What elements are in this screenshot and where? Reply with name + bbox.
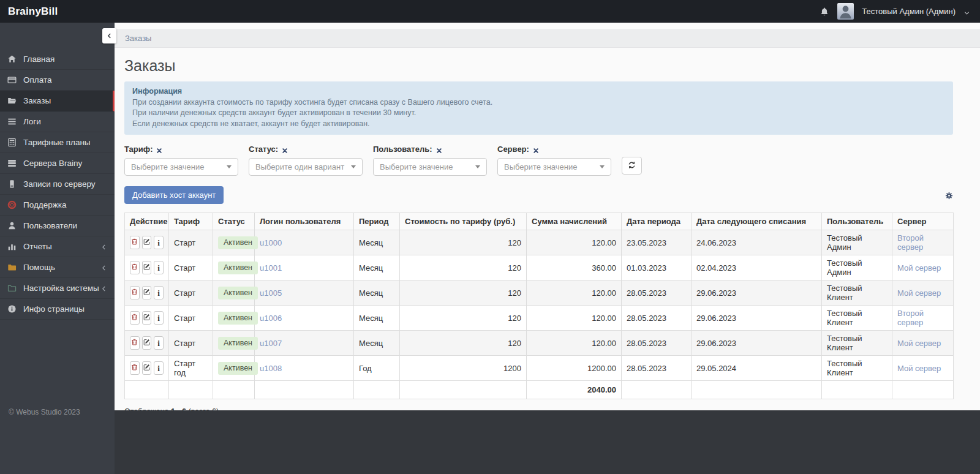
sidebar-item-support[interactable]: Поддержка xyxy=(0,195,115,216)
filters-row: Тариф: Выберите значение Статус: Выберит… xyxy=(124,145,953,176)
avatar[interactable] xyxy=(837,3,854,20)
login-link[interactable]: u1005 xyxy=(260,288,282,298)
cell-plan: Старт xyxy=(169,306,213,331)
sidebar-item-logs[interactable]: Логи xyxy=(0,111,115,132)
status-badge: Активен xyxy=(218,312,258,325)
server-link[interactable]: Второй сервер xyxy=(897,309,924,327)
col-login: Логин пользователя xyxy=(255,213,354,230)
sidebar-item-server-records[interactable]: Записи по серверу xyxy=(0,174,115,195)
table-header-row: Действие Тариф Статус Логин пользователя… xyxy=(125,213,954,230)
filter-status: Статус: Выберите один вариант xyxy=(249,145,363,176)
info-button[interactable]: i xyxy=(154,261,164,274)
status-select[interactable]: Выберите один вариант xyxy=(249,158,363,176)
cell-date-next: 29.06.2023 xyxy=(692,280,822,306)
user-menu[interactable]: Тестовый Админ (Админ) xyxy=(862,7,956,16)
sidebar-item-system-settings[interactable]: Настройка системы xyxy=(0,278,115,299)
add-host-account-button[interactable]: Добавить хост аккаунт xyxy=(124,186,224,204)
edit-button[interactable] xyxy=(142,261,152,274)
delete-button[interactable] xyxy=(130,236,140,249)
sidebar-item-reports[interactable]: Отчеты xyxy=(0,236,115,257)
col-date-next: Дата следующего списания xyxy=(692,213,822,230)
refresh-button[interactable] xyxy=(622,157,642,175)
cell-plan: Старт xyxy=(169,255,213,280)
info-button[interactable]: i xyxy=(154,361,164,375)
tariff-select[interactable]: Выберите значение xyxy=(124,158,238,176)
server-select[interactable]: Выберите значение xyxy=(497,158,611,176)
col-cost: Стоимость по тарифу (руб.) xyxy=(400,213,527,230)
server-link[interactable]: Мой сервер xyxy=(897,288,941,298)
login-link[interactable]: u1008 xyxy=(260,364,282,373)
edit-button[interactable] xyxy=(142,336,152,350)
sidebar-collapse-button[interactable] xyxy=(102,28,116,43)
info-icon: i xyxy=(157,364,160,372)
status-badge: Активен xyxy=(218,261,258,274)
delete-button[interactable] xyxy=(130,336,140,350)
edit-button[interactable] xyxy=(142,286,152,299)
delete-button[interactable] xyxy=(130,261,140,274)
server-link[interactable]: Мой сервер xyxy=(897,339,941,348)
x-icon[interactable] xyxy=(156,146,162,152)
cell-sum: 120.00 xyxy=(527,230,622,255)
x-icon[interactable] xyxy=(533,146,539,152)
cell-date-next: 24.06.2023 xyxy=(692,230,822,255)
info-button[interactable]: i xyxy=(154,236,164,249)
edit-icon xyxy=(143,363,151,373)
sidebar-item-label: Поддержка xyxy=(23,200,66,209)
chevron-left-icon xyxy=(100,264,107,271)
chevron-down-icon xyxy=(600,165,605,168)
sidebar-item-users[interactable]: Пользователи xyxy=(0,216,115,236)
sidebar-item-payment[interactable]: Оплата xyxy=(0,70,115,91)
table-summary: Отображено 1 - 6 (всего 6) xyxy=(124,407,953,410)
delete-button[interactable] xyxy=(130,286,140,299)
gear-icon[interactable] xyxy=(945,191,953,199)
login-link[interactable]: u1007 xyxy=(260,339,282,348)
chevron-left-icon xyxy=(100,285,107,292)
cell-date-period: 28.05.2023 xyxy=(622,280,692,306)
info-icon: i xyxy=(157,264,160,272)
login-link[interactable]: u1000 xyxy=(260,238,282,247)
summary-range: 1 - 6 xyxy=(171,407,186,410)
server-link[interactable]: Мой сервер xyxy=(897,364,941,373)
table-row: i Старт Активен u1001 Месяц 120 360.00 0… xyxy=(125,255,954,280)
cell-plan: Старт год xyxy=(169,356,213,381)
cell-plan: Старт xyxy=(169,230,213,255)
cell-date-period: 28.05.2023 xyxy=(622,331,692,356)
x-icon[interactable] xyxy=(436,146,442,152)
delete-button[interactable] xyxy=(130,361,140,375)
breadcrumb-orders[interactable]: Заказы xyxy=(125,34,151,43)
user-select[interactable]: Выберите значение xyxy=(373,158,487,176)
filter-server: Сервер: Выберите значение xyxy=(497,145,611,176)
info-box-title: Информация xyxy=(132,86,945,97)
delete-button[interactable] xyxy=(130,311,140,325)
sidebar-item-help[interactable]: Помощь xyxy=(0,257,115,278)
login-link[interactable]: u1006 xyxy=(260,314,282,323)
sidebar-item-servers[interactable]: Сервера Brainy xyxy=(0,153,115,174)
info-icon: i xyxy=(157,289,160,297)
sidebar-item-home[interactable]: Главная xyxy=(0,49,115,70)
cell-period: Месяц xyxy=(354,280,400,306)
chevron-left-icon xyxy=(100,243,107,250)
sidebar-item-page-info[interactable]: Инфо страницы xyxy=(0,299,115,320)
login-link[interactable]: u1001 xyxy=(260,263,282,273)
sidebar-item-orders[interactable]: Заказы xyxy=(0,91,115,111)
cell-sum: 120.00 xyxy=(527,280,622,306)
col-action: Действие xyxy=(125,213,169,230)
edit-button[interactable] xyxy=(142,236,152,249)
status-badge: Активен xyxy=(218,287,258,299)
edit-button[interactable] xyxy=(142,311,152,325)
info-button[interactable]: i xyxy=(154,286,164,299)
info-button[interactable]: i xyxy=(154,311,164,325)
table-row: i Старт Активен u1007 Месяц 120 120.00 2… xyxy=(125,331,954,356)
bell-icon[interactable] xyxy=(820,7,829,17)
info-button[interactable]: i xyxy=(154,336,164,350)
info-icon: i xyxy=(157,339,160,347)
sidebar-item-label: Тарифные планы xyxy=(23,138,91,147)
status-select-placeholder: Выберите один вариант xyxy=(255,162,344,171)
edit-button[interactable] xyxy=(142,361,152,375)
x-icon[interactable] xyxy=(282,146,288,152)
server-link[interactable]: Второй сервер xyxy=(897,233,924,252)
cell-cost: 120 xyxy=(400,255,527,280)
chevron-down-icon[interactable] xyxy=(963,8,970,15)
sidebar-item-tariff-plans[interactable]: Тарифные планы xyxy=(0,132,115,153)
server-link[interactable]: Мой сервер xyxy=(897,263,941,273)
